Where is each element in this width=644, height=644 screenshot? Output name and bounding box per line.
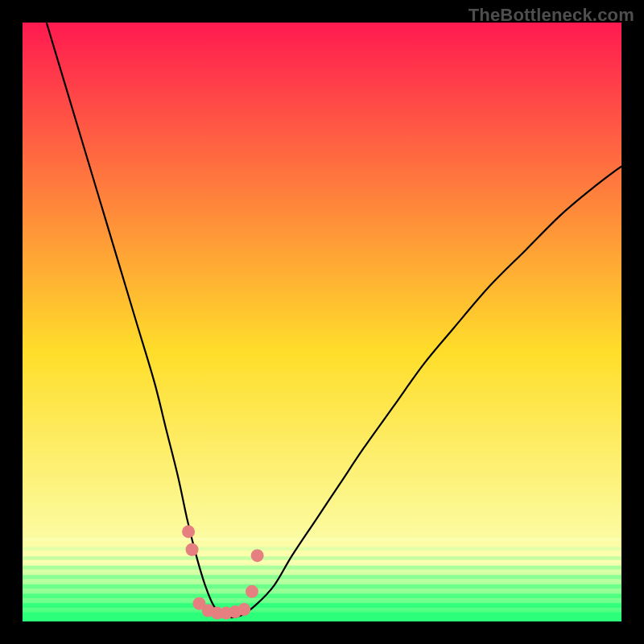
svg-rect-1 <box>23 547 621 550</box>
svg-rect-3 <box>23 566 621 570</box>
svg-rect-5 <box>23 584 621 588</box>
svg-rect-0 <box>23 538 621 541</box>
marker-dot <box>251 549 264 562</box>
svg-rect-4 <box>23 575 621 579</box>
chart-svg <box>23 23 621 621</box>
marker-dot <box>182 525 195 538</box>
marker-dot <box>237 603 250 616</box>
svg-rect-9 <box>23 613 621 621</box>
marker-dot <box>186 543 199 556</box>
svg-rect-2 <box>23 556 621 560</box>
watermark-text: TheBottleneck.com <box>469 5 634 26</box>
gradient-background <box>23 23 621 621</box>
chart-frame: TheBottleneck.com <box>0 0 644 644</box>
svg-rect-7 <box>23 603 621 608</box>
marker-dot <box>246 585 258 598</box>
plot-area <box>23 23 621 621</box>
svg-rect-6 <box>23 594 621 599</box>
